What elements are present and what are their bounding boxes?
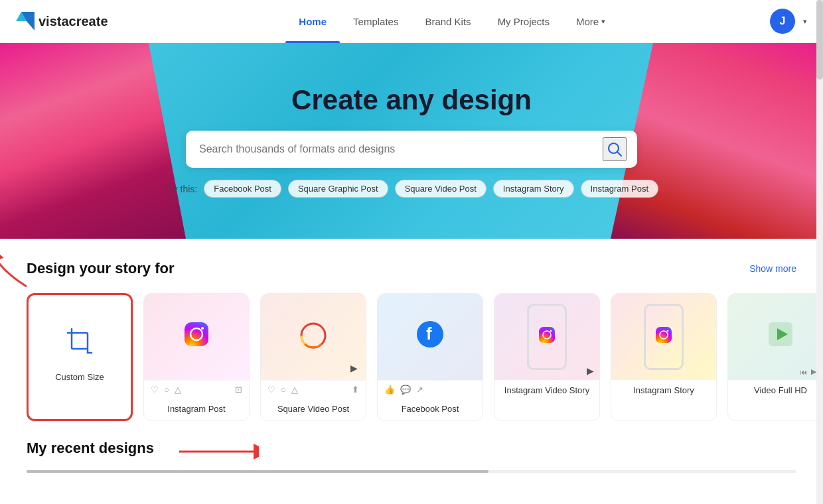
chip-square-video[interactable]: Square Video Post bbox=[395, 180, 486, 198]
chip-instagram-story[interactable]: Instagram Story bbox=[493, 180, 574, 198]
comment-icon[interactable]: ○ bbox=[164, 385, 169, 395]
card-custom-size-label: Custom Size bbox=[52, 367, 107, 389]
svg-point-22 bbox=[667, 330, 669, 332]
nav-brand-kits[interactable]: Brand Kits bbox=[412, 0, 484, 43]
try-label: Try this: bbox=[165, 184, 197, 194]
crop-icon bbox=[65, 326, 94, 361]
search-input[interactable] bbox=[199, 143, 603, 155]
hero-title: Create any design bbox=[0, 84, 823, 116]
show-more-link[interactable]: Show more bbox=[749, 263, 796, 274]
phone-frame-igvideo bbox=[527, 304, 567, 370]
card-actions-squarevideo: ♡ ○ △ ⬆ bbox=[261, 380, 366, 399]
like-icon-fb[interactable]: 👍 bbox=[384, 385, 395, 395]
card-preview-igvideostory: ▶ bbox=[494, 294, 599, 380]
recent-designs-header: My recent designs bbox=[27, 440, 796, 457]
like-icon-2[interactable]: ♡ bbox=[267, 385, 275, 395]
card-preview-videofullhd: ⏮ ▶ ⏭ bbox=[728, 294, 823, 380]
facebook-logo: f bbox=[415, 320, 445, 355]
svg-rect-20 bbox=[656, 327, 672, 343]
chip-instagram-post[interactable]: Instagram Post bbox=[581, 180, 658, 198]
card-custom-size[interactable]: Custom Size bbox=[27, 293, 133, 421]
card-preview-igstory bbox=[611, 294, 716, 380]
hero-content: Create any design Try this: Facebook Pos… bbox=[0, 84, 823, 198]
nav-home[interactable]: Home bbox=[285, 0, 340, 43]
logo-text: vistacreate bbox=[38, 14, 108, 29]
share-icon-fb[interactable]: ↗ bbox=[416, 385, 423, 395]
try-this: Try this: Facebook Post Square Graphic P… bbox=[0, 180, 823, 198]
rewind-icon: ⏮ bbox=[800, 368, 807, 376]
scrollbar-thumb[interactable] bbox=[816, 0, 823, 80]
card-instagram-story[interactable]: Instagram Story bbox=[611, 293, 717, 421]
instagram-logo-phone bbox=[538, 326, 556, 348]
card-facebook-post[interactable]: f 👍 💬 ↗ Facebook Post bbox=[377, 293, 483, 421]
card-square-video-label: Square Video Post bbox=[261, 399, 366, 420]
chip-facebook-post[interactable]: Facebook Post bbox=[204, 180, 281, 198]
more-chevron-icon: ▾ bbox=[601, 17, 605, 26]
card-video-full-hd[interactable]: ⏮ ▶ ⏭ Video Full HD bbox=[727, 293, 823, 421]
chip-square-graphic[interactable]: Square Graphic Post bbox=[288, 180, 388, 198]
svg-line-3 bbox=[617, 152, 621, 156]
card-facebook-post-label: Facebook Post bbox=[378, 399, 483, 420]
arrow-annotation-up bbox=[0, 250, 33, 290]
search-icon bbox=[607, 142, 622, 157]
progress-bar-area bbox=[27, 462, 796, 473]
nav-more[interactable]: More ▾ bbox=[563, 0, 619, 43]
cards-row: Custom Size ··· bbox=[27, 293, 796, 421]
comment-icon-2[interactable]: ○ bbox=[281, 385, 286, 395]
search-bar bbox=[186, 131, 637, 168]
card-instagram-post-label: Instagram Post bbox=[144, 399, 249, 420]
svg-text:f: f bbox=[426, 324, 432, 344]
navbar: vistacreate Home Templates Brand Kits My… bbox=[0, 0, 823, 43]
design-section-title: Design your story for bbox=[27, 260, 174, 277]
progress-bar-fill bbox=[27, 470, 488, 473]
logo[interactable]: vistacreate bbox=[16, 12, 108, 31]
svg-rect-17 bbox=[539, 327, 555, 343]
nav-my-projects[interactable]: My Projects bbox=[485, 0, 563, 43]
card-preview-facebook: f bbox=[378, 294, 483, 380]
svg-point-19 bbox=[550, 330, 552, 332]
card-actions-instagram: ♡ ○ △ ⊡ bbox=[144, 380, 249, 399]
card-preview-instagram bbox=[144, 294, 249, 380]
search-button[interactable] bbox=[603, 137, 627, 161]
hero-section: Create any design Try this: Facebook Pos… bbox=[0, 43, 823, 239]
card-igstory-label: Instagram Story bbox=[611, 380, 716, 402]
recent-designs-section: My recent designs bbox=[0, 421, 823, 473]
nav-templates[interactable]: Templates bbox=[340, 0, 412, 43]
card-instagram-post[interactable]: ··· bbox=[143, 293, 250, 421]
arrow-annotation-right bbox=[179, 440, 259, 464]
card-preview-squarevideo: ▶ bbox=[261, 294, 366, 380]
avatar-chevron-icon[interactable]: ▾ bbox=[803, 17, 807, 26]
card-square-video-post[interactable]: ··· ▶ ♡ ○ △ ⬆ Square Video Post bbox=[260, 293, 366, 421]
share-icon[interactable]: △ bbox=[175, 385, 181, 395]
design-section: Design your story for Show more Custom S… bbox=[0, 239, 823, 421]
like-icon[interactable]: ♡ bbox=[151, 385, 159, 395]
nav-links: Home Templates Brand Kits My Projects Mo… bbox=[135, 0, 770, 43]
card-actions-facebook: 👍 💬 ↗ bbox=[378, 380, 483, 399]
svg-rect-9 bbox=[185, 322, 208, 346]
save-icon[interactable]: ⊡ bbox=[235, 385, 242, 395]
progress-bar-track bbox=[27, 470, 796, 473]
share-icon-2[interactable]: △ bbox=[291, 385, 298, 395]
instagram-logo bbox=[183, 320, 210, 354]
instagram-logo-phone-2 bbox=[654, 326, 673, 348]
squarevideo-logo bbox=[299, 322, 327, 352]
nav-right: J ▾ bbox=[770, 9, 807, 34]
avatar[interactable]: J bbox=[770, 9, 795, 34]
logo-icon bbox=[16, 12, 35, 31]
recent-designs-title: My recent designs bbox=[27, 440, 154, 457]
svg-rect-4 bbox=[72, 333, 88, 349]
card-videofullhd-label: Video Full HD bbox=[728, 380, 823, 402]
upload-icon[interactable]: ⬆ bbox=[352, 385, 359, 395]
play-overlay-squarevideo: ▶ bbox=[347, 361, 360, 375]
design-section-header: Design your story for Show more bbox=[27, 260, 796, 277]
play-icon: ▶ bbox=[811, 367, 816, 376]
video-play-icon bbox=[766, 320, 795, 355]
comment-icon-fb[interactable]: 💬 bbox=[400, 385, 411, 395]
phone-frame-igstory bbox=[644, 304, 684, 370]
play-overlay-igvideo: ▶ bbox=[583, 364, 597, 377]
card-instagram-video-story[interactable]: ▶ Instagram Video Story bbox=[494, 293, 600, 421]
scrollbar[interactable] bbox=[816, 0, 823, 473]
svg-point-11 bbox=[201, 327, 204, 330]
card-igvideo-label: Instagram Video Story bbox=[494, 380, 599, 402]
